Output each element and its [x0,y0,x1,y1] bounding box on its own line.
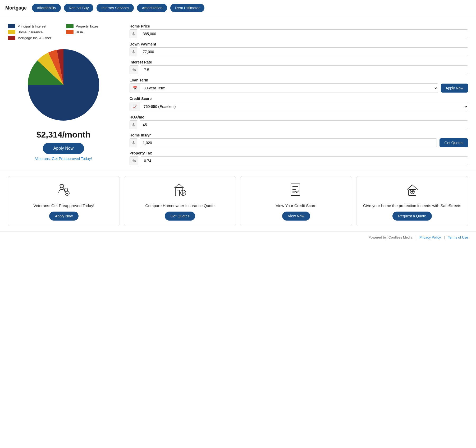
loan-term-row: 📅 10-year Term 15-year Term 20-year Term… [130,83,468,93]
card-credit-button[interactable]: View Now [282,212,310,221]
legend-label-hoa: HOA [76,30,83,34]
credit-icon [288,182,304,200]
footer-sep1: | [415,235,416,239]
privacy-policy-link[interactable]: Privacy Policy [419,235,441,239]
credit-score-icon: 📈 [130,102,140,111]
legend-home-insurance: Home Insurance [8,30,61,34]
loan-term-icon: 📅 [130,84,140,92]
chart-legend: Principal & Interest Property Taxes Home… [8,24,119,40]
home-price-group: Home Price $ [130,24,468,38]
card-safestreets: Give your home the protection it needs w… [356,176,468,226]
legend-hoa: HOA [66,30,119,34]
nav-rent-vs-buy[interactable]: Rent vs Buy [64,4,93,12]
home-price-prefix: $ [130,29,137,38]
down-payment-label: Down Payment [130,42,468,46]
legend-swatch-property-taxes [66,24,74,28]
safestreets-icon [404,182,420,200]
interest-rate-label: Interest Rate [130,60,468,64]
nav-affordability[interactable]: Affordability [32,4,61,12]
hoa-group: HOA/mo $ [130,115,468,129]
footer-sep2: | [444,235,445,239]
interest-rate-input[interactable] [141,65,468,74]
cards-section: Veterans: Get Preapproved Today! Apply N… [0,171,476,231]
card-safestreets-title: Give your home the protection it needs w… [363,203,461,208]
down-payment-prefix: $ [130,47,137,56]
legend-label-mortgage-ins: Mortgage Ins. & Other [17,36,51,40]
property-tax-row: % [130,156,468,165]
property-tax-label: Property Tax [130,151,468,155]
legend-principal: Principal & Interest [8,24,61,28]
card-credit: View Your Credit Score View Now [240,176,352,226]
main-apply-button[interactable]: Apply Now [43,143,84,154]
credit-score-select-wrap: 📈 300-579 (Poor) 580-669 (Fair) 670-739 … [130,102,468,111]
home-price-input[interactable] [140,29,468,38]
down-payment-input[interactable] [140,47,468,56]
property-tax-prefix: % [130,156,138,165]
home-ins-row: $ Get Quotes [130,138,468,147]
home-ins-group: Home Ins/yr $ Get Quotes [130,133,468,147]
nav-amortization[interactable]: Amortization [137,4,167,12]
home-ins-label: Home Ins/yr [130,133,468,137]
loan-term-select-wrap: 📅 10-year Term 15-year Term 20-year Term… [130,83,438,93]
card-veterans-button[interactable]: Apply Now [49,212,79,221]
down-payment-row: $ [130,47,468,56]
legend-property-taxes: Property Taxes [66,24,119,28]
interest-rate-prefix: % [130,65,138,74]
legend-swatch-hoa [66,30,74,34]
right-panel: Home Price $ Down Payment $ Interest Rat… [130,24,468,165]
home-ins-prefix: $ [130,138,137,147]
page-title: Mortgage [5,5,27,11]
powered-by: Powered by: Cordless Media [368,235,412,239]
card-homeowner-button[interactable]: Get Quotes [165,212,195,221]
hoa-row: $ [130,120,468,129]
home-price-label: Home Price [130,24,468,28]
interest-rate-row: % [130,65,468,74]
svg-point-6 [181,190,186,195]
veterans-icon [56,182,72,200]
legend-swatch-mortgage-ins [8,36,15,40]
nav-rent-estimator[interactable]: Rent Estimator [170,4,204,12]
loan-term-select[interactable]: 10-year Term 15-year Term 20-year Term 3… [140,84,438,93]
footer: Powered by: Cordless Media | Privacy Pol… [0,231,476,243]
header: Mortgage Affordability Rent vs Buy Inter… [0,0,476,16]
hoa-prefix: $ [130,120,137,129]
card-veterans-title: Veterans: Get Preapproved Today! [34,203,94,208]
homeowner-icon [172,182,188,200]
credit-score-select[interactable]: 300-579 (Poor) 580-669 (Fair) 670-739 (G… [140,102,468,111]
card-veterans: Veterans: Get Preapproved Today! Apply N… [8,176,120,226]
down-payment-group: Down Payment $ [130,42,468,56]
card-credit-title: View Your Credit Score [276,203,317,208]
home-ins-get-quotes-button[interactable]: Get Quotes [440,138,468,147]
hoa-label: HOA/mo [130,115,468,119]
monthly-payment: $2,314/month [36,130,91,140]
terms-of-use-link[interactable]: Terms of Use [448,235,468,239]
credit-score-label: Credit Score [130,97,468,101]
property-tax-group: Property Tax % [130,151,468,165]
loan-term-group: Loan Term 📅 10-year Term 15-year Term 20… [130,78,468,93]
veterans-link[interactable]: Veterans: Get Preapproved Today! [35,157,92,161]
hoa-input[interactable] [140,120,468,129]
card-homeowner-title: Compare Homeowner Insurance Quote [145,203,215,208]
loan-term-label: Loan Term [130,78,468,82]
interest-rate-group: Interest Rate % [130,60,468,74]
svg-point-3 [65,191,69,195]
legend-mortgage-ins: Mortgage Ins. & Other [8,36,61,40]
legend-swatch-principal [8,24,15,28]
left-panel: Principal & Interest Property Taxes Home… [8,24,119,165]
svg-rect-5 [177,190,180,196]
loan-term-apply-button[interactable]: Apply Now [441,84,468,93]
card-safestreets-button[interactable]: Request a Quote [392,212,432,221]
credit-score-row: 📈 300-579 (Poor) 580-669 (Fair) 670-739 … [130,102,468,111]
main-content: Principal & Interest Property Taxes Home… [0,16,476,171]
home-price-row: $ [130,29,468,38]
legend-label-property-taxes: Property Taxes [76,24,98,28]
property-tax-input[interactable] [141,156,468,165]
home-ins-input[interactable] [140,138,437,147]
pie-chart-container [24,45,103,125]
nav-internet-services[interactable]: Internet Services [97,4,134,12]
legend-label-principal: Principal & Interest [17,24,46,28]
legend-swatch-home-insurance [8,30,15,34]
card-homeowner: Compare Homeowner Insurance Quote Get Qu… [124,176,236,226]
legend-label-home-insurance: Home Insurance [17,30,43,34]
credit-score-group: Credit Score 📈 300-579 (Poor) 580-669 (F… [130,97,468,111]
